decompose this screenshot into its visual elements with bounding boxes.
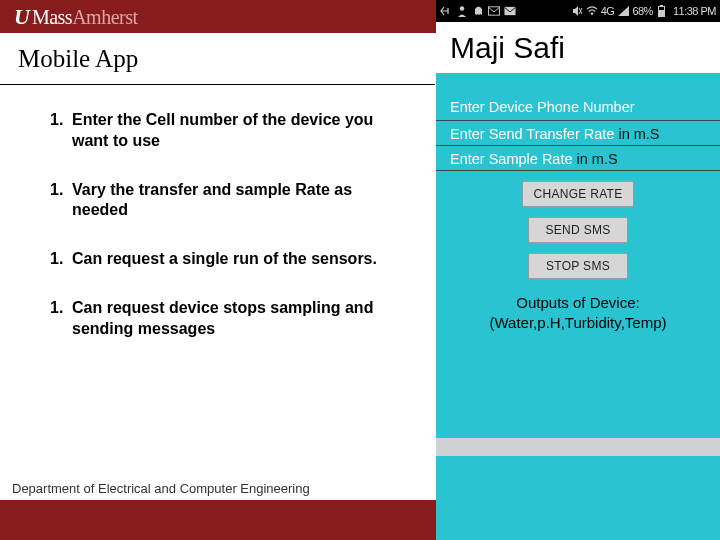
slide-title: Mobile App (0, 45, 138, 73)
bullet-item: 1. Can request a single run of the senso… (50, 249, 410, 270)
clock-label: 11:38 PM (673, 5, 716, 17)
wifi-icon (586, 5, 598, 17)
department-label: Department of Electrical and Computer En… (12, 481, 310, 496)
field-suffix: in m.S (614, 126, 659, 142)
status-left-icons (440, 5, 516, 17)
svg-rect-8 (659, 10, 665, 17)
title-row: Mobile App (0, 33, 435, 85)
logo-mass: Mass (32, 6, 72, 29)
slide-body: 1. Enter the Cell number of the device y… (50, 110, 410, 368)
outputs-label: Outputs of Device: (436, 293, 720, 313)
field-placeholder: Enter Sample Rate (450, 151, 573, 167)
mute-icon (571, 5, 583, 17)
bullet-number: 1. (50, 110, 72, 152)
sample-rate-field[interactable]: Enter Sample Rate in m.S (436, 146, 720, 171)
bullet-item: 1. Vary the transfer and sample Rate as … (50, 180, 410, 222)
status-right-icons: 4G 68% 11:38 PM (571, 5, 716, 17)
back-icon (440, 5, 452, 17)
field-suffix: in m.S (573, 151, 618, 167)
footer-dept-bar: Department of Electrical and Computer En… (0, 476, 445, 500)
outputs-values: (Water,p.H,Turbidity,Temp) (436, 313, 720, 333)
phone-mockup: 4G 68% 11:38 PM Maji Safi Enter Device P… (436, 0, 720, 540)
svg-point-0 (460, 6, 464, 10)
bullet-text: Can request a single run of the sensors. (72, 249, 410, 270)
spacer (436, 74, 720, 92)
ghost-icon (472, 5, 484, 17)
app-body: Enter Device Phone Number Enter Send Tra… (436, 92, 720, 334)
bullet-text: Vary the transfer and sample Rate as nee… (72, 180, 410, 222)
person-icon (456, 5, 468, 17)
bullet-item: 1. Enter the Cell number of the device y… (50, 110, 410, 152)
phone-number-field[interactable]: Enter Device Phone Number (436, 92, 720, 121)
logo-u: U (14, 4, 30, 30)
bullet-text: Can request device stops sampling and se… (72, 298, 410, 340)
network-type-label: 4G (601, 5, 615, 17)
button-stack: CHANGE RATE SEND SMS STOP SMS (436, 181, 720, 279)
battery-percentage: 68% (632, 5, 653, 17)
bullet-number: 1. (50, 298, 72, 340)
svg-point-5 (590, 13, 592, 15)
mail-icon (488, 5, 500, 17)
logo-amherst: Amherst (72, 6, 137, 29)
bullet-number: 1. (50, 180, 72, 222)
umass-logo: U Mass Amherst (14, 3, 138, 31)
send-sms-button[interactable]: SEND SMS (528, 217, 628, 243)
signal-icon (617, 5, 629, 17)
slide-root: U Mass Amherst Mobile App 1. Enter the C… (0, 0, 720, 540)
field-placeholder: Enter Send Transfer Rate (450, 126, 614, 142)
field-placeholder: Enter Device Phone Number (450, 99, 635, 115)
outputs-block: Outputs of Device: (Water,p.H,Turbidity,… (436, 293, 720, 334)
bullet-number: 1. (50, 249, 72, 270)
android-status-bar: 4G 68% 11:38 PM (436, 0, 720, 22)
battery-icon (656, 5, 668, 17)
stop-sms-button[interactable]: STOP SMS (528, 253, 628, 279)
app-title: Maji Safi (450, 31, 565, 65)
bullet-item: 1. Can request device stops sampling and… (50, 298, 410, 340)
change-rate-button[interactable]: CHANGE RATE (522, 181, 633, 207)
gmail-icon (504, 5, 516, 17)
transfer-rate-field[interactable]: Enter Send Transfer Rate in m.S (436, 121, 720, 146)
bullet-text: Enter the Cell number of the device you … (72, 110, 410, 152)
app-title-bar: Maji Safi (436, 22, 720, 74)
phone-bottom-strip (436, 438, 720, 456)
